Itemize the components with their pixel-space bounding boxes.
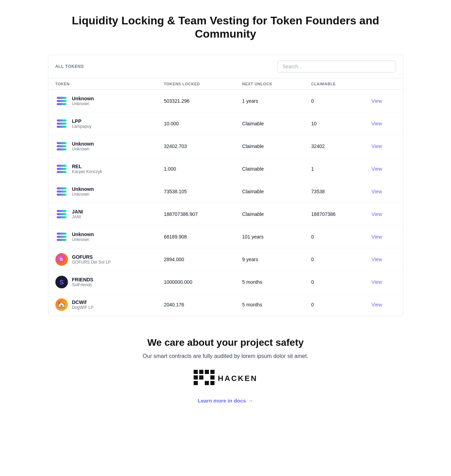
solana-icon	[55, 95, 68, 107]
next-unlock-cell: Claimable	[235, 135, 304, 157]
tokens-locked-cell: 73538.105	[157, 180, 235, 203]
view-link[interactable]: View	[372, 98, 382, 104]
claimable-cell: 0	[304, 225, 365, 248]
token-sub: JANI	[72, 214, 83, 219]
arrow-icon: →	[248, 398, 253, 404]
solana-icon	[55, 140, 68, 153]
token-cell: 🏠 DCWif DogWIF LP	[48, 293, 157, 316]
table-row: REL Kacper Konczyk1.000Claimable1View	[48, 157, 403, 180]
token-name: GOFURS	[72, 254, 111, 260]
tokens-locked-cell: 32402.703	[157, 135, 235, 157]
next-unlock-cell: Claimable	[235, 203, 304, 225]
svg-rect-13	[210, 381, 215, 385]
col-tokens-locked: TOKENS LOCKED	[157, 78, 235, 90]
col-next-unlock: NEXT UNLOCK	[235, 78, 304, 90]
view-link[interactable]: View	[372, 257, 382, 262]
token-cell: G GOFURS GOFURS Del Sol LP	[48, 248, 157, 271]
token-cell: Unknown Unknown	[48, 225, 157, 248]
tokens-locked-cell: 68189.908	[157, 225, 235, 248]
view-link[interactable]: View	[372, 189, 382, 194]
token-name: Unknown	[72, 186, 94, 192]
solana-icon	[55, 117, 68, 130]
token-name: Unknown	[72, 141, 94, 147]
col-token: TOKEN	[48, 78, 157, 90]
view-link[interactable]: View	[372, 302, 382, 307]
table-row: Unknown Unknown73538.105Claimable73538Vi…	[48, 180, 403, 203]
token-sub: Unknown	[72, 101, 94, 106]
view-action-cell: View	[365, 248, 403, 271]
tokens-locked-cell: 1.000	[157, 157, 235, 180]
page-title: Liquidity Locking & Team Vesting for Tok…	[48, 14, 403, 41]
search-input[interactable]	[278, 61, 396, 72]
safety-section: We care about your project safety Our sm…	[48, 316, 403, 418]
token-cell: Unknown Unknown	[48, 180, 157, 203]
table-row: 🏠 DCWif DogWIF LP2040.1765 months0View	[48, 293, 403, 316]
token-name: FRIENDS	[72, 277, 93, 282]
solana-icon	[55, 231, 68, 243]
token-sub: Kacper Konczyk	[72, 169, 102, 174]
token-sub: Unknown	[72, 192, 94, 197]
view-action-cell: View	[365, 293, 403, 316]
view-action-cell: View	[365, 271, 403, 293]
learn-more-link[interactable]: Learn more in docs →	[198, 398, 253, 404]
learn-more-label: Learn more in docs	[198, 398, 246, 404]
svg-rect-7	[210, 370, 215, 374]
token-cell: Unknown Unknown	[48, 135, 157, 157]
view-action-cell: View	[365, 157, 403, 180]
token-table: TOKEN TOKENS LOCKED NEXT UNLOCK CLAIMABL…	[48, 78, 403, 316]
dcwif-icon: 🏠	[55, 298, 68, 311]
view-link[interactable]: View	[372, 121, 382, 126]
token-cell: REL Kacper Konczyk	[48, 157, 157, 180]
view-link[interactable]: View	[372, 234, 382, 240]
view-link[interactable]: View	[372, 279, 382, 285]
view-action-cell: View	[365, 180, 403, 203]
table-row: Unknown Unknown68189.908101 years0View	[48, 225, 403, 248]
table-row: LPP Lampapuy10.000Claimable10View	[48, 112, 403, 135]
claimable-cell: 0	[304, 248, 365, 271]
view-link[interactable]: View	[372, 143, 382, 149]
auditor-name: HACKEN	[218, 374, 258, 383]
next-unlock-cell: 5 months	[235, 293, 304, 316]
next-unlock-cell: 101 years	[235, 225, 304, 248]
claimable-cell: 10	[304, 112, 365, 135]
svg-rect-11	[194, 381, 198, 385]
view-action-cell: View	[365, 112, 403, 135]
view-link[interactable]: View	[372, 166, 382, 172]
table-toolbar: ALL TOKENS	[48, 55, 403, 78]
next-unlock-cell: 9 years	[235, 248, 304, 271]
token-name: REL	[72, 164, 102, 169]
col-claimable: CLAIMABLE	[304, 78, 365, 90]
tokens-locked-cell: 2040.176	[157, 293, 235, 316]
svg-rect-9	[199, 375, 203, 380]
svg-text:S: S	[59, 279, 63, 286]
table-row: G GOFURS GOFURS Del Sol LP2894.0009 year…	[48, 248, 403, 271]
tokens-locked-cell: 503321.296	[157, 89, 235, 112]
next-unlock-cell: Claimable	[235, 180, 304, 203]
next-unlock-cell: Claimable	[235, 157, 304, 180]
table-row: Unknown Unknown32402.703Claimable32402Vi…	[48, 135, 403, 157]
claimable-cell: 0	[304, 293, 365, 316]
gofurs-icon: G	[55, 253, 68, 266]
view-link[interactable]: View	[372, 211, 382, 217]
hacken-icon	[194, 370, 215, 387]
token-name: Unknown	[72, 232, 94, 237]
safety-description: Our smart contracts are fully audited by…	[55, 353, 396, 359]
token-table-container: ALL TOKENS TOKEN TOKENS LOCKED NEXT UNLO…	[48, 55, 403, 316]
token-cell: Unknown Unknown	[48, 89, 157, 112]
token-sub: Lampapuy	[72, 124, 92, 129]
view-action-cell: View	[365, 135, 403, 157]
table-row: S FRIENDS SolFriends1000000.0005 months0…	[48, 271, 403, 293]
token-cell: LPP Lampapuy	[48, 112, 157, 135]
token-cell: JANI JANI	[48, 203, 157, 225]
next-unlock-cell: 1 years	[235, 89, 304, 112]
svg-rect-6	[205, 370, 209, 374]
token-sub: DogWIF LP	[72, 305, 94, 310]
svg-text:G: G	[60, 258, 63, 262]
token-name: DCWif	[72, 299, 94, 305]
col-action	[365, 78, 403, 90]
svg-rect-10	[210, 375, 215, 380]
token-name: LPP	[72, 118, 92, 124]
tokens-locked-cell: 188707386.907	[157, 203, 235, 225]
view-action-cell: View	[365, 203, 403, 225]
claimable-cell: 188707386	[304, 203, 365, 225]
